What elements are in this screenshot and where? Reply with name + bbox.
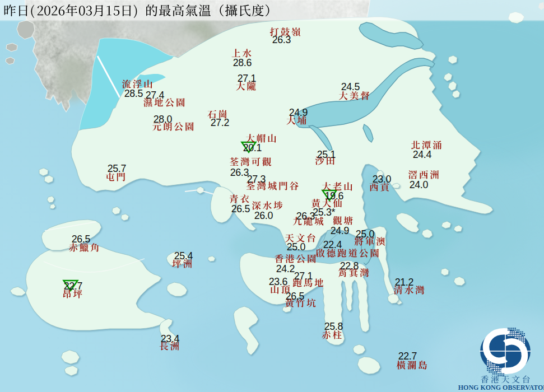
svg-text:22.7: 22.7 bbox=[64, 281, 82, 292]
svg-text:25.0: 25.0 bbox=[356, 228, 375, 240]
svg-text:21.2: 21.2 bbox=[395, 277, 413, 288]
svg-text:27.1: 27.1 bbox=[294, 270, 313, 282]
svg-text:27.3: 27.3 bbox=[247, 174, 266, 185]
svg-text:25.3*: 25.3* bbox=[313, 207, 335, 218]
svg-text:26.5: 26.5 bbox=[72, 234, 91, 245]
svg-text:20.1: 20.1 bbox=[243, 142, 262, 153]
svg-text:27.2: 27.2 bbox=[211, 117, 229, 128]
svg-text:22.8: 22.8 bbox=[340, 260, 359, 272]
svg-text:25.4: 25.4 bbox=[174, 250, 193, 262]
svg-text:19.6: 19.6 bbox=[325, 190, 344, 202]
svg-text:25.0: 25.0 bbox=[287, 241, 306, 253]
svg-text:27.1: 27.1 bbox=[238, 73, 257, 84]
svg-text:24.0: 24.0 bbox=[410, 179, 429, 190]
svg-text:24.5: 24.5 bbox=[341, 81, 360, 92]
svg-text:26.5: 26.5 bbox=[286, 291, 305, 302]
svg-text:HONG KONG OBSERVATORY: HONG KONG OBSERVATORY bbox=[458, 384, 544, 391]
svg-text:26.0: 26.0 bbox=[254, 210, 273, 221]
svg-text:26.5: 26.5 bbox=[231, 203, 250, 214]
svg-text:27.4: 27.4 bbox=[146, 90, 165, 101]
svg-text:23.0: 23.0 bbox=[373, 174, 392, 185]
svg-text:23.6: 23.6 bbox=[269, 276, 288, 287]
svg-text:25.7: 25.7 bbox=[108, 163, 126, 174]
svg-text:23.4: 23.4 bbox=[161, 333, 180, 344]
svg-text:22.4: 22.4 bbox=[323, 239, 342, 250]
svg-text:26.3: 26.3 bbox=[272, 34, 291, 45]
svg-text:25.8: 25.8 bbox=[324, 321, 343, 332]
svg-text:28.0: 28.0 bbox=[154, 114, 173, 125]
svg-text:24.9: 24.9 bbox=[289, 107, 308, 118]
svg-text:22.7: 22.7 bbox=[398, 351, 417, 362]
svg-text:28.5: 28.5 bbox=[124, 88, 143, 99]
svg-text:25.1: 25.1 bbox=[317, 149, 336, 160]
svg-text:24.4: 24.4 bbox=[413, 149, 432, 160]
svg-text:28.6: 28.6 bbox=[233, 57, 252, 68]
svg-text:24.9: 24.9 bbox=[331, 225, 350, 236]
svg-text:26.3: 26.3 bbox=[296, 211, 315, 222]
svg-text:26.3: 26.3 bbox=[230, 167, 249, 178]
svg-text:24.2: 24.2 bbox=[276, 263, 295, 274]
